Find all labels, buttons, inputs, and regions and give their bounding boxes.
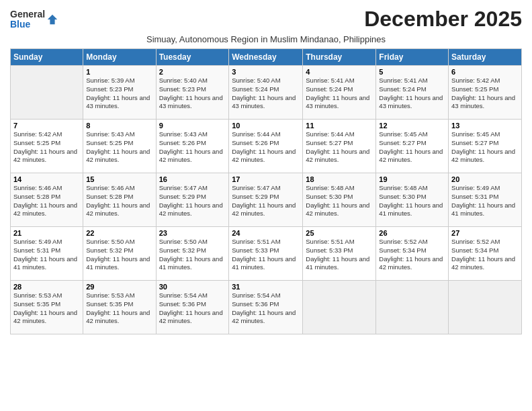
day-number: 1 [86, 68, 152, 76]
day-number: 6 [451, 68, 519, 76]
col-thursday: Thursday [303, 49, 376, 66]
day-info: Sunrise: 5:53 AM Sunset: 5:35 PM Dayligh… [13, 291, 80, 326]
table-row: 4 Sunrise: 5:41 AM Sunset: 5:24 PM Dayli… [303, 66, 376, 120]
table-row: 19 Sunrise: 5:48 AM Sunset: 5:30 PM Dayl… [376, 173, 449, 227]
day-number: 16 [159, 175, 226, 183]
day-number: 20 [451, 175, 519, 183]
table-row: 14 Sunrise: 5:46 AM Sunset: 5:28 PM Dayl… [11, 173, 83, 227]
header: General Blue December 2025 [10, 7, 522, 32]
day-number: 7 [13, 122, 80, 130]
day-number: 2 [159, 68, 226, 76]
table-row: 6 Sunrise: 5:42 AM Sunset: 5:25 PM Dayli… [449, 66, 522, 120]
table-row: 7 Sunrise: 5:42 AM Sunset: 5:25 PM Dayli… [11, 120, 83, 173]
page-title: December 2025 [364, 7, 522, 32]
table-row: 23 Sunrise: 5:50 AM Sunset: 5:32 PM Dayl… [156, 227, 229, 281]
day-info: Sunrise: 5:41 AM Sunset: 5:24 PM Dayligh… [306, 77, 373, 111]
day-info: Sunrise: 5:45 AM Sunset: 5:27 PM Dayligh… [379, 130, 445, 165]
day-number: 21 [13, 229, 80, 237]
table-row: 17 Sunrise: 5:47 AM Sunset: 5:29 PM Dayl… [229, 173, 303, 227]
col-friday: Friday [376, 49, 449, 66]
day-info: Sunrise: 5:47 AM Sunset: 5:29 PM Dayligh… [232, 184, 300, 218]
day-number: 27 [451, 229, 519, 237]
day-info: Sunrise: 5:51 AM Sunset: 5:33 PM Dayligh… [306, 238, 373, 272]
col-sunday: Sunday [11, 49, 83, 66]
table-row: 31 Sunrise: 5:54 AM Sunset: 5:36 PM Dayl… [229, 281, 303, 334]
table-row: 9 Sunrise: 5:43 AM Sunset: 5:26 PM Dayli… [156, 120, 229, 173]
day-number: 24 [232, 229, 300, 237]
day-number: 26 [379, 229, 445, 237]
day-number: 12 [379, 122, 445, 130]
table-row: 11 Sunrise: 5:44 AM Sunset: 5:27 PM Dayl… [303, 120, 376, 173]
day-number: 28 [13, 283, 80, 291]
calendar: Sunday Monday Tuesday Wednesday Thursday… [10, 48, 522, 334]
day-info: Sunrise: 5:54 AM Sunset: 5:36 PM Dayligh… [159, 291, 226, 326]
day-number: 31 [232, 283, 300, 291]
day-info: Sunrise: 5:54 AM Sunset: 5:36 PM Dayligh… [232, 291, 300, 326]
table-row [11, 66, 83, 120]
day-info: Sunrise: 5:44 AM Sunset: 5:26 PM Dayligh… [232, 130, 300, 165]
day-number: 3 [232, 68, 300, 76]
table-row: 26 Sunrise: 5:52 AM Sunset: 5:34 PM Dayl… [376, 227, 449, 281]
day-info: Sunrise: 5:53 AM Sunset: 5:35 PM Dayligh… [86, 291, 152, 326]
day-number: 5 [379, 68, 445, 76]
day-number: 8 [86, 122, 152, 130]
col-wednesday: Wednesday [229, 49, 303, 66]
col-saturday: Saturday [449, 49, 522, 66]
table-row: 25 Sunrise: 5:51 AM Sunset: 5:33 PM Dayl… [303, 227, 376, 281]
table-row: 20 Sunrise: 5:49 AM Sunset: 5:31 PM Dayl… [449, 173, 522, 227]
day-info: Sunrise: 5:40 AM Sunset: 5:24 PM Dayligh… [232, 77, 300, 111]
table-row [449, 281, 522, 334]
day-number: 11 [306, 122, 373, 130]
day-info: Sunrise: 5:44 AM Sunset: 5:27 PM Dayligh… [306, 130, 373, 165]
day-info: Sunrise: 5:50 AM Sunset: 5:32 PM Dayligh… [159, 238, 226, 272]
day-info: Sunrise: 5:46 AM Sunset: 5:28 PM Dayligh… [13, 184, 80, 218]
day-number: 30 [159, 283, 226, 291]
table-row: 15 Sunrise: 5:46 AM Sunset: 5:28 PM Dayl… [83, 173, 156, 227]
day-number: 10 [232, 122, 300, 130]
table-row: 22 Sunrise: 5:50 AM Sunset: 5:32 PM Dayl… [83, 227, 156, 281]
table-row: 1 Sunrise: 5:39 AM Sunset: 5:23 PM Dayli… [83, 66, 156, 120]
day-number: 13 [451, 122, 519, 130]
table-row: 5 Sunrise: 5:41 AM Sunset: 5:24 PM Dayli… [376, 66, 449, 120]
day-info: Sunrise: 5:46 AM Sunset: 5:28 PM Dayligh… [86, 184, 152, 218]
subtitle: Simuay, Autonomous Region in Muslim Mind… [10, 34, 522, 44]
table-row: 30 Sunrise: 5:54 AM Sunset: 5:36 PM Dayl… [156, 281, 229, 334]
day-number: 19 [379, 175, 445, 183]
logo-general: General [10, 9, 45, 19]
day-number: 14 [13, 175, 80, 183]
day-number: 23 [159, 229, 226, 237]
day-number: 17 [232, 175, 300, 183]
col-tuesday: Tuesday [156, 49, 229, 66]
day-info: Sunrise: 5:49 AM Sunset: 5:31 PM Dayligh… [13, 238, 80, 272]
table-row: 8 Sunrise: 5:43 AM Sunset: 5:25 PM Dayli… [83, 120, 156, 173]
day-number: 29 [86, 283, 152, 291]
day-number: 25 [306, 229, 373, 237]
logo-blue: Blue [10, 19, 45, 30]
table-row: 3 Sunrise: 5:40 AM Sunset: 5:24 PM Dayli… [229, 66, 303, 120]
table-row [376, 281, 449, 334]
table-row: 21 Sunrise: 5:49 AM Sunset: 5:31 PM Dayl… [11, 227, 83, 281]
day-number: 15 [86, 175, 152, 183]
table-row: 18 Sunrise: 5:48 AM Sunset: 5:30 PM Dayl… [303, 173, 376, 227]
logo: General Blue [10, 9, 58, 30]
table-row: 2 Sunrise: 5:40 AM Sunset: 5:23 PM Dayli… [156, 66, 229, 120]
logo-icon [46, 13, 58, 26]
table-row: 24 Sunrise: 5:51 AM Sunset: 5:33 PM Dayl… [229, 227, 303, 281]
day-info: Sunrise: 5:39 AM Sunset: 5:23 PM Dayligh… [86, 77, 152, 111]
day-info: Sunrise: 5:49 AM Sunset: 5:31 PM Dayligh… [451, 184, 519, 218]
day-info: Sunrise: 5:42 AM Sunset: 5:25 PM Dayligh… [13, 130, 80, 165]
day-info: Sunrise: 5:42 AM Sunset: 5:25 PM Dayligh… [451, 77, 519, 111]
day-info: Sunrise: 5:52 AM Sunset: 5:34 PM Dayligh… [379, 238, 445, 272]
col-monday: Monday [83, 49, 156, 66]
day-info: Sunrise: 5:45 AM Sunset: 5:27 PM Dayligh… [451, 130, 519, 165]
table-row: 16 Sunrise: 5:47 AM Sunset: 5:29 PM Dayl… [156, 173, 229, 227]
day-info: Sunrise: 5:48 AM Sunset: 5:30 PM Dayligh… [306, 184, 373, 218]
day-info: Sunrise: 5:48 AM Sunset: 5:30 PM Dayligh… [379, 184, 445, 218]
day-number: 18 [306, 175, 373, 183]
table-row: 10 Sunrise: 5:44 AM Sunset: 5:26 PM Dayl… [229, 120, 303, 173]
day-info: Sunrise: 5:50 AM Sunset: 5:32 PM Dayligh… [86, 238, 152, 272]
day-info: Sunrise: 5:43 AM Sunset: 5:26 PM Dayligh… [159, 130, 226, 165]
table-row: 29 Sunrise: 5:53 AM Sunset: 5:35 PM Dayl… [83, 281, 156, 334]
day-info: Sunrise: 5:40 AM Sunset: 5:23 PM Dayligh… [159, 77, 226, 111]
day-info: Sunrise: 5:51 AM Sunset: 5:33 PM Dayligh… [232, 238, 300, 272]
